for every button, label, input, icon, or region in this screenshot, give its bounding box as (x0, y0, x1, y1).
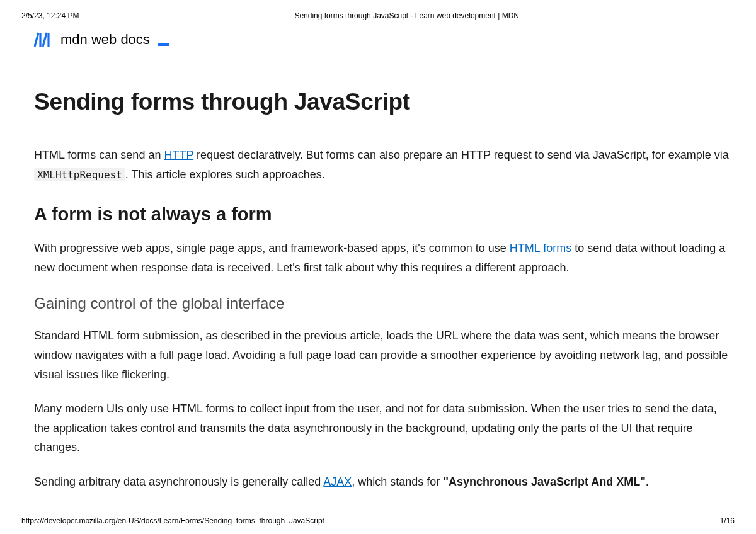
print-url: https://developer.mozilla.org/en-US/docs… (21, 516, 324, 525)
ajax-acronym: "Asynchronous JavaScript And XML" (443, 475, 645, 488)
section-heading-form-not-always: A form is not always a form (34, 204, 731, 225)
mdn-logo-icon (34, 32, 55, 47)
intro-paragraph: HTML forms can send an HTTP request decl… (34, 145, 731, 184)
subsection-gaining-control: Gaining control of the global interface (34, 295, 731, 312)
site-logo[interactable]: mdn web docs (34, 31, 731, 57)
paragraph-pwa: With progressive web apps, single page a… (34, 239, 731, 277)
logo-text: mdn web docs (60, 31, 150, 48)
paragraph-standard-submission: Standard HTML form submission, as descri… (34, 326, 731, 384)
print-title: Sending forms through JavaScript - Learn… (294, 11, 519, 20)
paragraph-modern-uis: Many modern UIs only use HTML forms to c… (34, 399, 731, 457)
ajax-link[interactable]: AJAX (323, 475, 352, 488)
logo-cursor-icon (158, 43, 169, 46)
xmlhttprequest-code: XMLHttpRequest (34, 168, 125, 181)
page-content: mdn web docs Sending forms through JavaS… (0, 20, 756, 492)
paragraph-ajax: Sending arbitrary data asynchronously is… (34, 472, 731, 492)
print-timestamp: 2/5/23, 12:24 PM (21, 11, 79, 20)
http-link[interactable]: HTTP (164, 149, 193, 161)
page-title: Sending forms through JavaScript (34, 89, 731, 115)
print-page-number: 1/16 (720, 516, 735, 525)
print-header: 2/5/23, 12:24 PM Sending forms through J… (0, 0, 756, 20)
print-footer: https://developer.mozilla.org/en-US/docs… (21, 516, 735, 525)
html-forms-link[interactable]: HTML forms (510, 242, 571, 254)
